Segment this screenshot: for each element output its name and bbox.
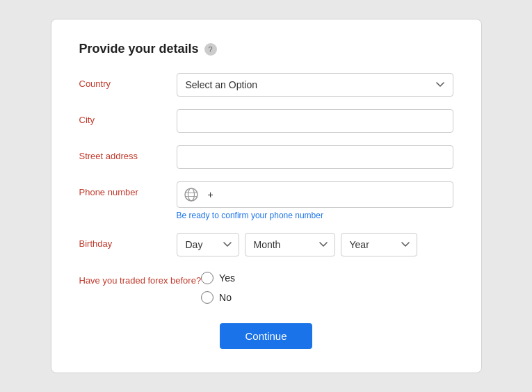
phone-plus-sign: + xyxy=(205,183,216,206)
svg-point-0 xyxy=(185,188,198,201)
country-wrapper: Select an Option xyxy=(177,73,453,97)
phone-number-input[interactable] xyxy=(216,183,453,206)
forex-no-label[interactable]: No xyxy=(201,291,453,304)
forex-no-radio[interactable] xyxy=(201,291,213,304)
birthday-label: Birthday xyxy=(79,233,177,249)
forex-yes-label[interactable]: Yes xyxy=(201,272,453,284)
country-row: Country Select an Option xyxy=(79,73,453,97)
phone-wrapper: + Be ready to confirm your phone number xyxy=(177,181,453,220)
svg-point-1 xyxy=(188,188,194,201)
forex-yes-text: Yes xyxy=(219,272,235,284)
phone-flag-button[interactable] xyxy=(177,182,205,207)
forex-wrapper: Yes No xyxy=(201,269,453,304)
help-icon[interactable]: ? xyxy=(204,43,217,56)
birthday-selects: Day Month Year xyxy=(177,233,453,256)
city-row: City xyxy=(79,109,453,133)
continue-button[interactable]: Continue xyxy=(220,323,312,349)
title-row: Provide your details ? xyxy=(79,42,453,56)
forex-radio-group: Yes No xyxy=(201,269,453,304)
forex-yes-radio[interactable] xyxy=(201,272,213,284)
forex-label: Have you traded forex before? xyxy=(79,269,202,287)
city-input[interactable] xyxy=(177,109,453,133)
street-row: Street address xyxy=(79,145,453,169)
country-label: Country xyxy=(79,73,177,89)
globe-icon xyxy=(184,188,198,202)
phone-row: Phone number + Be ready to confirm your … xyxy=(79,181,453,220)
birthday-day-select[interactable]: Day xyxy=(177,233,239,256)
birthday-row: Birthday Day Month Year xyxy=(79,233,453,256)
city-wrapper xyxy=(177,109,453,133)
street-wrapper xyxy=(177,145,453,169)
birthday-month-select[interactable]: Month xyxy=(245,233,335,256)
continue-row: Continue xyxy=(79,323,453,349)
forex-row: Have you traded forex before? Yes No xyxy=(79,269,453,304)
phone-label: Phone number xyxy=(79,181,177,197)
form-card: Provide your details ? Country Select an… xyxy=(51,19,482,373)
forex-no-text: No xyxy=(219,292,232,303)
birthday-year-select[interactable]: Year xyxy=(341,233,417,256)
country-select[interactable]: Select an Option xyxy=(177,73,453,97)
birthday-wrapper: Day Month Year xyxy=(177,233,453,256)
phone-hint: Be ready to confirm your phone number xyxy=(177,211,453,220)
phone-input-group: + xyxy=(177,181,453,208)
city-label: City xyxy=(79,109,177,125)
street-label: Street address xyxy=(79,145,177,161)
page-title: Provide your details xyxy=(79,42,199,56)
street-input[interactable] xyxy=(177,145,453,169)
